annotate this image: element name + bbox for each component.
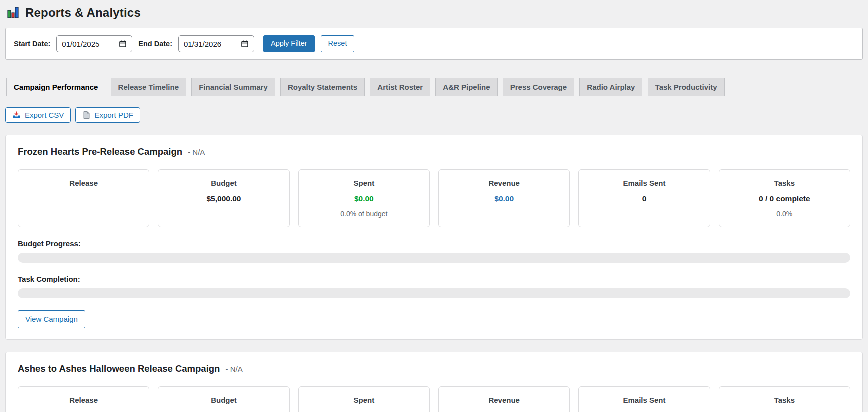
campaign-subtitle: - N/A [226,365,243,374]
stat-box-budget: Budget $5,000.00 [158,170,289,228]
export-row: Export CSV Export PDF [5,108,863,123]
stat-box-tasks: Tasks 0 / 0 complete 0.0% [719,386,850,412]
budget-progress-label: Budget Progress: [18,240,850,248]
calendar-icon [119,40,127,48]
tab-bar: Campaign Performance Release Timeline Fi… [5,78,863,96]
filter-bar: Start Date: 01/01/2025 End Date: 01/31/2… [5,28,863,60]
stat-label: Tasks [724,179,845,188]
stat-box-tasks: Tasks 0 / 0 complete 0.0% [719,170,850,228]
stat-value: $5,000.00 [163,194,284,204]
campaign-subtitle: - N/A [188,148,205,156]
calendar-icon [241,40,249,48]
bar-chart-icon [6,6,20,20]
stat-box-release: Release [18,386,149,412]
stat-label: Emails Sent [584,179,704,188]
tab-campaign-performance[interactable]: Campaign Performance [6,78,105,96]
stats-grid: Release Budget $4,000.00 Spent $3,710.00… [18,386,850,412]
stat-value: $0.00 [304,194,424,204]
stat-label: Revenue [444,396,564,404]
end-date-label: End Date: [138,40,172,48]
campaign-title: Ashes to Ashes Halloween Release Campaig… [18,364,220,374]
stat-label: Tasks [724,396,845,404]
budget-progress-bar [18,253,850,263]
document-page-icon [82,111,90,120]
campaign-title-row: Frozen Hearts Pre-Release Campaign - N/A [18,146,850,158]
stat-label: Emails Sent [584,396,704,404]
stat-label: Spent [304,396,424,404]
stat-box-revenue: Revenue $3,996.22 [438,386,570,412]
tab-royalty-statements[interactable]: Royalty Statements [280,78,365,96]
stat-label: Revenue [444,179,564,188]
page-title: Reports & Analytics [25,6,141,20]
start-date-value: 01/01/2025 [62,40,99,48]
task-completion-label: Task Completion: [18,275,850,284]
stat-box-emails-sent: Emails Sent 0 [578,386,710,412]
stat-label: Budget [163,179,284,188]
view-campaign-button[interactable]: View Campaign [18,310,85,328]
stat-label: Release [23,396,144,404]
tab-radio-airplay[interactable]: Radio Airplay [579,78,642,96]
stat-box-spent: Spent $0.00 0.0% of budget [298,170,430,228]
stat-label: Budget [163,396,284,404]
export-pdf-label: Export PDF [94,111,133,120]
reset-button[interactable]: Reset [321,36,355,52]
start-date-input[interactable]: 01/01/2025 [56,36,132,52]
stat-value: 0 / 0 complete [724,194,845,204]
tab-task-productivity[interactable]: Task Productivity [648,78,725,96]
export-csv-label: Export CSV [25,111,64,120]
stat-box-spent: Spent $3,710.00 92.8% of budget [298,386,430,412]
stat-sub: 0.0% of budget [304,210,424,218]
campaign-card-ashes-to-ashes: Ashes to Ashes Halloween Release Campaig… [5,352,863,412]
stat-box-emails-sent: Emails Sent 0 [578,170,710,228]
export-csv-button[interactable]: Export CSV [5,108,71,123]
stat-box-budget: Budget $4,000.00 [158,386,289,412]
tab-release-timeline[interactable]: Release Timeline [111,78,186,96]
tab-press-coverage[interactable]: Press Coverage [503,78,574,96]
stat-value: $0.00 [444,194,564,204]
start-date-label: Start Date: [14,40,50,48]
stat-box-release: Release [18,170,149,228]
page-header: Reports & Analytics [6,6,863,20]
stat-box-revenue: Revenue $0.00 [438,170,570,228]
tab-financial-summary[interactable]: Financial Summary [191,78,275,96]
download-inbox-icon [12,111,21,120]
stat-value: 0 [584,194,704,204]
campaign-title: Frozen Hearts Pre-Release Campaign [18,146,182,157]
tab-ar-pipeline[interactable]: A&R Pipeline [435,78,497,96]
export-pdf-button[interactable]: Export PDF [75,108,140,123]
stats-grid: Release Budget $5,000.00 Spent $0.00 0.0… [18,170,850,228]
campaign-card-frozen-hearts: Frozen Hearts Pre-Release Campaign - N/A… [5,135,863,340]
task-completion-bar [18,288,850,298]
tab-artist-roster[interactable]: Artist Roster [370,78,430,96]
stat-sub: 0.0% [724,210,845,218]
stat-label: Spent [304,179,424,188]
end-date-input[interactable]: 01/31/2026 [178,36,254,52]
apply-filter-button[interactable]: Apply Filter [263,36,315,52]
campaign-title-row: Ashes to Ashes Halloween Release Campaig… [18,364,850,374]
end-date-value: 01/31/2026 [184,40,221,48]
stat-label: Release [23,179,144,188]
